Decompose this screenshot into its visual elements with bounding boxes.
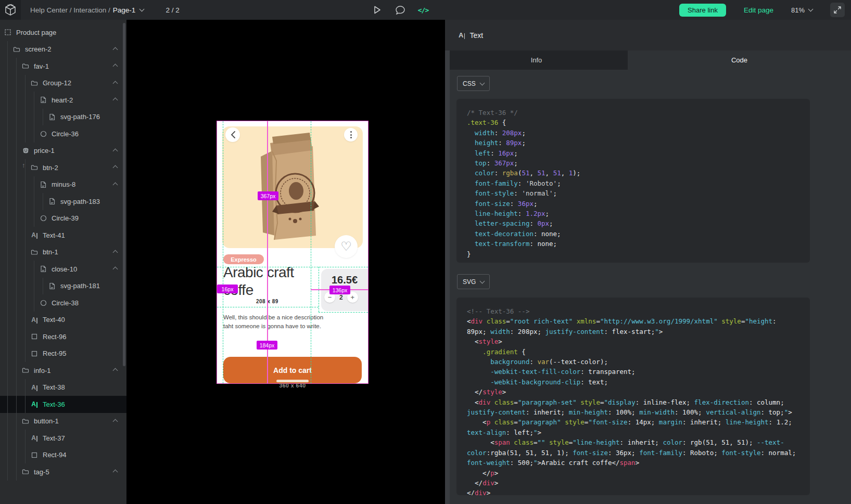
layer-item-text-40[interactable]: AText-40 [0,312,126,329]
code-line: -webkit-text-fill-color: transparent; [467,367,799,377]
more-options-button[interactable] [344,128,358,141]
layer-item-fav-1[interactable]: fav-1 [0,58,126,75]
text-layer-icon: A [459,31,465,39]
layer-item-rect-95[interactable]: Rect-95 [0,345,126,363]
chevron-up-icon[interactable] [113,81,118,86]
layer-item-text-38[interactable]: AText-38 [0,379,126,396]
layer-item-circle-38[interactable]: Circle-38 [0,294,126,312]
layer-label: btn-2 [43,164,58,172]
layer-item-circle-39[interactable]: Circle-39 [0,210,126,227]
fullscreen-button[interactable] [830,3,845,17]
circle-layer-icon [40,130,47,137]
panel-scrollbar[interactable] [445,50,450,504]
back-button[interactable] [225,127,240,142]
layer-item-button-1[interactable]: button-1 [0,413,126,430]
measure-badge-right: 136px [329,286,350,294]
breadcrumb[interactable]: Help Center / Interaction / Page-1 [30,6,144,14]
layer-item-close-10[interactable]: close-10 [0,261,126,278]
layer-item-group-12[interactable]: Group-12 [0,75,126,92]
chevron-up-icon[interactable] [113,250,118,255]
guide-price-bottom [319,312,368,313]
measure-badge-bottom: 184px [257,341,277,350]
chevron-up-icon[interactable] [113,64,118,69]
layer-label: heart-2 [52,96,73,104]
code-line: .gradient { [467,347,799,357]
circle-layer-icon [40,215,47,222]
code-line: </div> [467,488,799,495]
phone-screen-frame[interactable]: ♡ Expresso Arabic craftcoffe 208 x 89 16… [217,121,368,383]
tab-info[interactable]: Info [445,50,628,70]
layer-item-heart-2[interactable]: heart-2 [0,92,126,109]
layer-item-svg-path-181[interactable]: svg-path-181 [0,278,126,295]
layer-label: btn-1 [43,248,58,256]
code-line: } [467,249,799,259]
layer-tree: Product pagescreen-2fav-1Group-12heart-2… [0,20,126,481]
edit-page-link[interactable]: Edit page [744,6,773,14]
layer-label: svg-path-176 [60,113,100,121]
tab-code[interactable]: Code [628,50,851,70]
layer-item-rect-94[interactable]: Rect-94 [0,447,126,464]
chevron-up-icon[interactable] [113,419,118,424]
zoom-level-dropdown[interactable]: 81% [791,6,812,14]
layer-item-text-37[interactable]: AText-37 [0,430,126,447]
code-line: </style> [467,387,799,397]
layer-item-tag-5[interactable]: tag-5 [0,463,126,481]
product-title[interactable]: Arabic craftcoffe [223,264,314,299]
sidebar-scrollbar[interactable] [123,23,125,366]
layer-label: button-1 [34,417,59,425]
code-line: -webkit-background-clip: text; [467,377,799,387]
logo-icon [5,4,16,16]
chevron-up-icon[interactable] [113,165,118,171]
layer-item-info-1[interactable]: info-1 [0,362,126,379]
layer-item-svg-path-183[interactable]: svg-path-183 [0,193,126,210]
code-mode-button[interactable]: </> [418,5,428,15]
code-line: </div> [467,478,799,488]
layer-item-circle-36[interactable]: Circle-36 [0,125,126,143]
svg-code-block[interactable]: <!-- Text-36 --><div class="root rich-te… [456,298,810,495]
chevron-up-icon[interactable] [113,267,118,272]
chevron-up-icon[interactable] [113,148,118,153]
code-line: .text-36 { [467,118,799,127]
folder-layer-icon [22,62,29,70]
svg-format-dropdown[interactable]: SVG [457,274,490,289]
file-layer-icon [48,113,56,121]
layer-label: Text-36 [43,400,65,408]
breadcrumb-current-page[interactable]: Page-1 [113,6,136,14]
css-code-block[interactable]: /* Text-36 */.text-36 { width: 208px; he… [456,99,810,263]
comment-button[interactable] [395,5,405,15]
design-canvas[interactable]: ♡ Expresso Arabic craftcoffe 208 x 89 16… [126,20,445,504]
layer-item-screen-2[interactable]: screen-2 [0,41,126,58]
chevron-up-icon[interactable] [113,182,118,187]
app-logo[interactable] [0,0,21,20]
share-link-button[interactable]: Share link [679,4,726,17]
layer-item-minus-8[interactable]: minus-8 [0,176,126,193]
code-line: width: 208px; [467,128,799,138]
chevron-up-icon[interactable] [113,47,118,52]
code-line: background: var(--text-color); [467,357,799,367]
layer-item-btn-1[interactable]: btn-1 [0,244,126,261]
code-line: line-height: 1.2px; [467,209,799,218]
frame-layer-icon [4,29,11,36]
inspector-header: A Text [445,20,851,50]
chevron-up-icon[interactable] [113,470,118,475]
play-button[interactable] [372,5,383,15]
layer-item-text-41[interactable]: AText-41 [0,227,126,244]
chevron-up-icon[interactable] [113,98,118,103]
folder-layer-icon [31,249,38,256]
favorite-heart-button[interactable]: ♡ [335,235,358,258]
layer-item-text-36[interactable]: AText-36 [0,396,126,413]
folder-layer-icon [22,468,29,475]
layer-item-rect-96[interactable]: Rect-96 [0,328,126,345]
topbar-actions: </> [372,0,428,20]
folder-layer-icon [31,164,38,171]
layer-item-price-1[interactable]: price-1 [0,143,126,160]
css-format-dropdown[interactable]: CSS [457,76,490,91]
chevron-up-icon[interactable] [113,368,118,373]
category-tag[interactable]: Expresso [223,254,264,264]
chevron-left-icon [231,131,235,138]
layer-item-btn-2[interactable]: btn-2 [0,159,126,176]
text-layer-icon: A [31,384,38,391]
inspector-title: Text [469,31,483,40]
layer-item-product page[interactable]: Product page [0,24,126,41]
layer-item-svg-path-176[interactable]: svg-path-176 [0,109,126,126]
